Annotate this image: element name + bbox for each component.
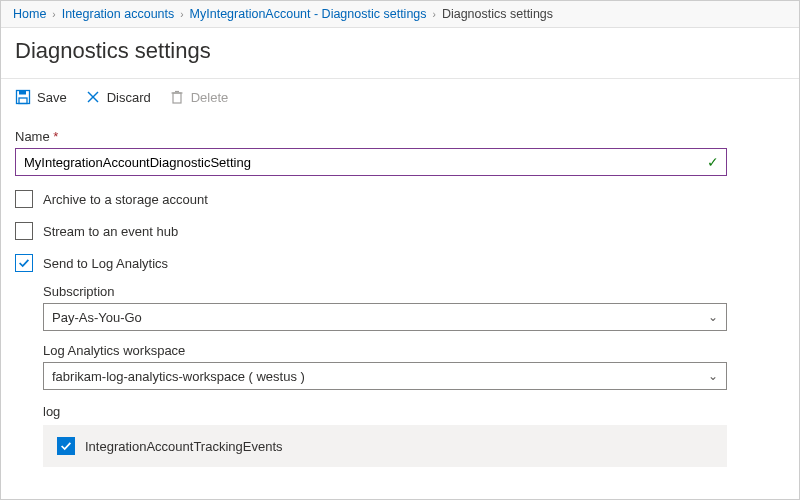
required-asterisk: * [53, 129, 58, 144]
workspace-value: fabrikam-log-analytics-workspace ( westu… [52, 369, 305, 384]
chevron-right-icon: › [180, 9, 183, 20]
chevron-down-icon: ⌄ [708, 369, 718, 383]
delete-icon [169, 89, 185, 105]
svg-rect-5 [173, 93, 181, 103]
name-label: Name * [15, 129, 785, 144]
delete-label: Delete [191, 90, 229, 105]
discard-label: Discard [107, 90, 151, 105]
form: Name * ✓ Archive to a storage account St… [1, 115, 799, 481]
breadcrumb-integration-accounts[interactable]: Integration accounts [62, 7, 175, 21]
archive-checkbox[interactable] [15, 190, 33, 208]
log-analytics-label: Send to Log Analytics [43, 256, 168, 271]
archive-label: Archive to a storage account [43, 192, 208, 207]
page-title: Diagnostics settings [1, 28, 799, 79]
chevron-down-icon: ⌄ [708, 310, 718, 324]
breadcrumb-current: Diagnostics settings [442, 7, 553, 21]
breadcrumb-home[interactable]: Home [13, 7, 46, 21]
stream-label: Stream to an event hub [43, 224, 178, 239]
log-item-label: IntegrationAccountTrackingEvents [85, 439, 283, 454]
discard-icon [85, 89, 101, 105]
toolbar: Save Discard Delete [1, 79, 799, 115]
breadcrumb-diagnostic-settings[interactable]: MyIntegrationAccount - Diagnostic settin… [190, 7, 427, 21]
log-section-label: log [43, 404, 785, 419]
valid-check-icon: ✓ [707, 154, 719, 170]
discard-button[interactable]: Discard [85, 89, 151, 105]
stream-checkbox[interactable] [15, 222, 33, 240]
svg-rect-2 [19, 98, 27, 104]
svg-rect-1 [19, 91, 26, 95]
workspace-label: Log Analytics workspace [43, 343, 785, 358]
chevron-right-icon: › [52, 9, 55, 20]
log-item-row: IntegrationAccountTrackingEvents [43, 425, 727, 467]
save-button[interactable]: Save [15, 89, 67, 105]
subscription-value: Pay-As-You-Go [52, 310, 142, 325]
save-label: Save [37, 90, 67, 105]
workspace-select[interactable]: fabrikam-log-analytics-workspace ( westu… [43, 362, 727, 390]
save-icon [15, 89, 31, 105]
chevron-right-icon: › [433, 9, 436, 20]
breadcrumb: Home › Integration accounts › MyIntegrat… [1, 1, 799, 28]
delete-button: Delete [169, 89, 229, 105]
log-item-checkbox[interactable] [57, 437, 75, 455]
name-input[interactable] [15, 148, 727, 176]
subscription-label: Subscription [43, 284, 785, 299]
subscription-select[interactable]: Pay-As-You-Go ⌄ [43, 303, 727, 331]
log-analytics-checkbox[interactable] [15, 254, 33, 272]
